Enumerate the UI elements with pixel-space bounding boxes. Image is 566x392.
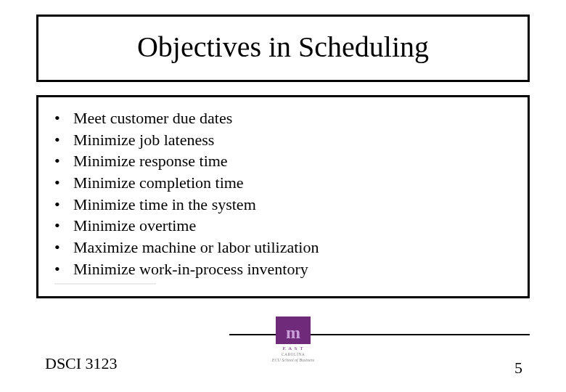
list-item: • Minimize time in the system	[54, 194, 512, 216]
logo-text-east: E A S T	[271, 346, 315, 351]
slide: Objectives in Scheduling • Meet customer…	[0, 0, 566, 392]
bullet-list: • Meet customer due dates • Minimize job…	[54, 107, 512, 280]
list-item: • Minimize completion time	[54, 172, 512, 194]
course-code: DSCI 3123	[45, 354, 118, 373]
underline-decoration	[54, 283, 156, 285]
bullet-text: Minimize time in the system	[73, 194, 256, 216]
bullet-text: Meet customer due dates	[73, 107, 232, 129]
bullet-icon: •	[54, 258, 73, 280]
list-item: • Minimize overtime	[54, 215, 512, 237]
logo-text-carolina: CAROLINA	[271, 352, 315, 356]
bullet-text: Minimize job lateness	[73, 129, 214, 151]
logo-letter: m	[286, 324, 300, 341]
bullet-icon: •	[54, 237, 73, 258]
bullet-text: Minimize response time	[73, 150, 228, 172]
list-item: • Maximize machine or labor utilization	[54, 237, 512, 258]
logo-box: m	[276, 317, 311, 344]
content-box: • Meet customer due dates • Minimize job…	[36, 95, 530, 298]
bullet-icon: •	[54, 107, 73, 129]
bullet-text: Minimize work-in-process inventory	[73, 258, 308, 280]
bullet-icon: •	[54, 172, 73, 194]
list-item: • Minimize job lateness	[54, 129, 512, 151]
list-item: • Minimize response time	[54, 150, 512, 172]
bullet-icon: •	[54, 194, 73, 216]
bullet-text: Minimize overtime	[73, 215, 196, 237]
list-item: • Meet customer due dates	[54, 107, 512, 129]
logo-text-school: ECU School of Business	[271, 358, 315, 362]
title-box: Objectives in Scheduling	[36, 15, 530, 82]
bullet-text: Minimize completion time	[73, 172, 244, 194]
list-item: • Minimize work-in-process inventory	[54, 258, 512, 280]
page-number: 5	[514, 359, 522, 377]
slide-title: Objectives in Scheduling	[46, 30, 520, 64]
bullet-icon: •	[54, 129, 73, 151]
university-logo: m E A S T CAROLINA ECU School of Busines…	[271, 317, 315, 362]
bullet-text: Maximize machine or labor utilization	[73, 237, 319, 258]
footer: DSCI 3123 5 m E A S T CAROLINA ECU Schoo…	[0, 334, 566, 392]
bullet-icon: •	[54, 150, 73, 172]
bullet-icon: •	[54, 215, 73, 237]
